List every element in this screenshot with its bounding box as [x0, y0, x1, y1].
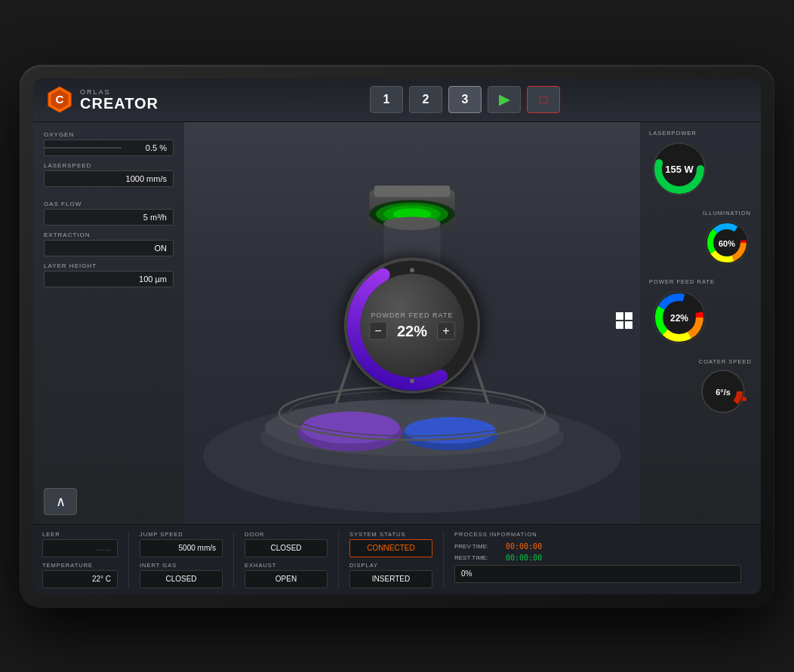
layer-height-param: LAYER HEIGHT 100 µm — [44, 262, 174, 287]
coater-speed-gauge-group: COATER SPEED 6°/s — [699, 358, 752, 416]
inert-gas-field: INERT GAS CLOSED — [140, 562, 223, 588]
gas-flow-value-box[interactable]: 5 m³/h — [44, 209, 174, 226]
rest-time-row: REST TIME: 00:00:00 — [454, 554, 741, 562]
door-field: DOOR CLOSED — [245, 531, 328, 557]
main-content: OXYGEN 0.5 % LASERSPEED 1000 mm/s GAS FL… — [33, 122, 761, 524]
extraction-value-box[interactable]: ON — [44, 240, 174, 256]
illumination-gauge-group: ILLUMINATION 60% — [703, 210, 752, 268]
jump-speed-label: JUMP SPEED — [140, 531, 223, 538]
illumination-dial: 60% — [703, 219, 752, 268]
process-info: PROCESS INFORMATION PREV TIME: 00:00:00 … — [454, 531, 741, 588]
system-status-field: SYSTEM STATUS CONNECTED — [349, 531, 432, 557]
laserpower-gauge-group: LASERPOWER 155 W — [649, 130, 752, 199]
exhaust-value[interactable]: OPEN — [245, 570, 328, 588]
temperature-field: TEMPERATURE 22° C — [42, 562, 118, 588]
door-section: DOOR CLOSED EXHAUST OPEN — [245, 531, 339, 588]
svg-text:60%: 60% — [719, 239, 735, 248]
logo-icon: C — [45, 85, 74, 114]
system-status-label: SYSTEM STATUS — [349, 531, 432, 538]
progress-bar: 0% — [454, 565, 741, 583]
power-feed-rate-dial: 22% — [649, 287, 709, 348]
coater-speed-dial: 6°/s — [699, 367, 748, 416]
powder-dial: POWDER FEED RATE − 22% + — [344, 258, 480, 394]
play-button[interactable]: ▶ — [488, 86, 521, 113]
temperature-value[interactable]: 22° C — [42, 570, 118, 588]
illumination-label: ILLUMINATION — [703, 210, 751, 216]
svg-rect-31 — [625, 321, 632, 329]
left-panel: OXYGEN 0.5 % LASERSPEED 1000 mm/s GAS FL… — [33, 122, 184, 524]
gas-flow-param: GAS FLOW 5 m³/h — [44, 201, 174, 226]
prev-time-row: PREV TIME: 00:00:00 — [454, 542, 741, 551]
powder-decrease-button[interactable]: − — [369, 322, 387, 340]
prev-time-label: PREV TIME: — [454, 543, 500, 550]
powder-feed-label: POWDER FEED RATE — [371, 311, 454, 319]
nav-buttons: 1 2 3 ▶ □ — [370, 86, 560, 113]
svg-text:155 W: 155 W — [665, 164, 694, 175]
svg-rect-28 — [616, 312, 623, 320]
laserspeed-value-box[interactable]: 1000 mm/s — [44, 170, 174, 187]
rest-time-label: REST TIME: — [454, 554, 500, 561]
stop-button[interactable]: □ — [527, 86, 560, 113]
layer-height-label: LAYER HEIGHT — [44, 262, 174, 269]
jump-speed-value[interactable]: 5000 mm/s — [140, 539, 223, 557]
powder-feed-value: 22% — [393, 322, 431, 339]
windows-button[interactable] — [616, 312, 634, 333]
leer-field: LEER ....... — [42, 531, 118, 557]
status-bar: LEER ....... TEMPERATURE 22° C JUMP SPEE… — [33, 524, 761, 594]
svg-point-54 — [742, 397, 746, 401]
exhaust-label: EXHAUST — [245, 562, 328, 569]
powder-dial-controls: − 22% + — [369, 322, 455, 340]
oxygen-value-box[interactable]: 0.5 % — [44, 140, 174, 156]
powder-increase-button[interactable]: + — [437, 322, 455, 340]
coater-speed-label: COATER SPEED — [699, 358, 752, 365]
laserpower-dial: 155 W — [649, 139, 709, 199]
nav-tab-2[interactable]: 2 — [409, 86, 442, 113]
oxygen-label: OXYGEN — [44, 131, 174, 138]
up-arrow-button[interactable]: ∧ — [44, 488, 77, 515]
leer-label: LEER — [42, 531, 118, 538]
right-panel: LASERPOWER 155 W ILLUMINA — [640, 122, 761, 524]
leer-section: LEER ....... TEMPERATURE 22° C — [42, 531, 129, 588]
gas-flow-label: GAS FLOW — [44, 201, 174, 207]
laserspeed-param: LASERSPEED 1000 mm/s — [44, 162, 174, 187]
powder-dial-container: POWDER FEED RATE − 22% + — [344, 258, 480, 394]
oxygen-param: OXYGEN 0.5 % — [44, 131, 174, 156]
nav-tab-1[interactable]: 1 — [370, 86, 403, 113]
laserpower-label: LASERPOWER — [649, 130, 697, 137]
temperature-label: TEMPERATURE — [42, 562, 118, 569]
door-label: DOOR — [245, 531, 328, 538]
tablet-device: C ORLAS CREATOR 1 2 3 ▶ — [20, 65, 774, 608]
laserspeed-label: LASERSPEED — [44, 162, 174, 169]
inert-gas-value[interactable]: CLOSED — [140, 570, 223, 588]
nav-tab-3[interactable]: 3 — [448, 86, 482, 113]
process-info-title: PROCESS INFORMATION — [454, 531, 741, 538]
center-machine-area: POWDER FEED RATE − 22% + — [184, 122, 640, 524]
svg-point-19 — [383, 216, 441, 230]
svg-rect-30 — [616, 321, 623, 329]
inert-gas-label: INERT GAS — [140, 562, 223, 569]
svg-rect-29 — [625, 312, 632, 320]
tablet-screen: C ORLAS CREATOR 1 2 3 ▶ — [33, 78, 761, 594]
extraction-label: EXTRACTION — [44, 232, 174, 238]
display-value[interactable]: INSERTED — [349, 570, 432, 588]
logo-area: C ORLAS CREATOR — [45, 85, 181, 114]
svg-text:22%: 22% — [670, 313, 688, 324]
svg-text:C: C — [56, 93, 64, 106]
header: C ORLAS CREATOR 1 2 3 ▶ — [33, 78, 761, 122]
power-feed-rate-gauge-group: POWER FEED RATE 22% — [649, 278, 752, 348]
process-info-section: PROCESS INFORMATION PREV TIME: 00:00:00 … — [454, 531, 752, 588]
jump-speed-field: JUMP SPEED 5000 mm/s — [140, 531, 223, 557]
layer-height-value-box[interactable]: 100 µm — [44, 271, 174, 287]
svg-point-27 — [410, 379, 414, 383]
svg-text:6°/s: 6°/s — [716, 388, 731, 397]
display-field: DISPLAY INSERTED — [349, 562, 432, 588]
leer-value[interactable]: ....... — [42, 539, 118, 557]
system-status-section: SYSTEM STATUS CONNECTED DISPLAY INSERTED — [349, 531, 444, 588]
door-value[interactable]: CLOSED — [245, 539, 328, 557]
power-feed-rate-label: POWER FEED RATE — [649, 278, 715, 285]
rest-time-value: 00:00:00 — [506, 554, 542, 562]
extraction-param: EXTRACTION ON — [44, 232, 174, 256]
system-status-value[interactable]: CONNECTED — [349, 539, 432, 557]
svg-rect-13 — [374, 186, 451, 197]
logo-creator-text: CREATOR — [80, 96, 158, 111]
